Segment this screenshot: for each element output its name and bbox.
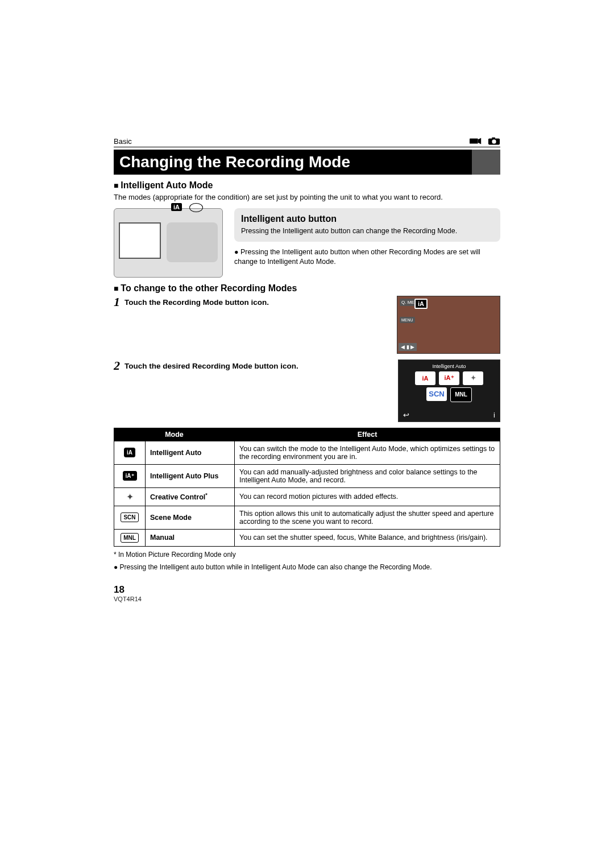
mode-effect-cell: You can record motion pictures with adde… [235,487,500,506]
back-icon: ↩ [403,411,409,419]
table-header-mode: Mode [114,428,235,441]
mode-name-cell: Creative Control* [146,487,235,506]
breadcrumb: Basic [114,137,132,146]
mode-icon: iA⁺ [123,471,137,481]
table-row: MNLManualYou can set the shutter speed, … [114,529,500,546]
step-number-2: 2 [114,359,120,372]
table-row: ✦Creative Control*You can record motion … [114,487,500,506]
info-icon: i [493,411,495,419]
mode-icon: MNL [121,533,139,543]
mode-btn-iaplus-icon: iA⁺ [439,371,459,385]
mode-icon: SCN [121,512,138,522]
section-heading-change-modes: To change to the other Recording Modes [114,283,500,294]
bullet-note-1: ● Pressing the Intelligent auto button w… [234,247,500,267]
video-mode-icon [470,137,482,146]
mode-effect-cell: You can switch the mode to the Intellige… [235,441,500,464]
nav-arrows-icon: ◀ ▮ ▶ [399,343,417,351]
mode-btn-ia-icon: iA [415,371,435,385]
mode-btn-creative-icon: ✦ [463,371,483,385]
page-number: 18 [114,584,500,596]
step-text-1: Touch the Recording Mode button icon. [125,296,269,308]
mode-btn-scn-icon: SCN [426,387,447,401]
mode-name-cell: Manual [146,529,235,546]
mode-icon: ✦ [126,492,134,502]
ia-mode-button-icon: iA [414,299,428,309]
footnote-bullet: ● Pressing the Intelligent auto button w… [114,563,500,572]
mode-name-cell: Intelligent Auto Plus [146,464,235,487]
mode-effect-cell: You can set the shutter speed, focus, Wh… [235,529,500,546]
mode-icon: iA [124,448,135,457]
mode-icon-cell: iA [114,441,146,464]
mode-name-cell: Scene Mode [146,506,235,529]
recording-mode-table: Mode Effect iAIntelligent AutoYou can sw… [114,428,500,547]
footnote-star: * In Motion Picture Recording Mode only [114,550,500,559]
mode-icon-cell: ✦ [114,487,146,506]
mode-effect-cell: This option allows this unit to automati… [235,506,500,529]
mode-icon-cell: iA⁺ [114,464,146,487]
table-row: iA⁺Intelligent Auto PlusYou can add manu… [114,464,500,487]
breadcrumb-row: Basic [114,137,500,147]
screenshot-recording-mode-icon: Q. MENU iA MENU ◀ ▮ ▶ [397,296,500,354]
callout-title: Intelligent auto button [241,214,493,224]
mode-icon-cell: SCN [114,506,146,529]
step-number-1: 1 [114,296,120,308]
mode-btn-mnl-icon: MNL [450,387,472,402]
page-footer: 18 VQT4R14 [114,584,500,602]
mode-panel-title: Intelligent Auto [402,363,496,369]
ia-button-indicator-icon [189,203,203,212]
table-row: iAIntelligent AutoYou can switch the mod… [114,441,500,464]
table-row: SCNScene ModeThis option allows this uni… [114,506,500,529]
intelligent-auto-callout: Intelligent auto button Pressing the Int… [234,208,500,242]
section-heading-intelligent-auto: Intelligent Auto Mode [114,180,500,191]
step-text-2: Touch the desired Recording Mode button … [125,359,298,372]
svg-marker-1 [478,138,482,144]
menu-icon: MENU [400,317,415,323]
table-header-effect: Effect [235,428,500,441]
photo-mode-icon [488,137,500,146]
svg-rect-0 [470,138,478,143]
ia-label-icon: iA [171,203,182,211]
mode-name-cell: Intelligent Auto [146,441,235,464]
screenshot-mode-selection: Intelligent Auto iA iA⁺ ✦ SCN MNL ↩ i [398,359,500,422]
mode-effect-cell: You can add manually-adjusted brightness… [235,464,500,487]
document-id: VQT4R14 [114,596,500,602]
mode-applicability-icons [470,137,500,146]
svg-point-3 [492,139,496,143]
svg-rect-4 [492,138,495,139]
mode-icon-cell: MNL [114,529,146,546]
camcorder-illustration: iA [114,208,223,278]
callout-text: Pressing the Intelligent auto button can… [241,226,493,236]
page-title: Changing the Recording Mode [114,150,500,175]
intro-text: The modes (appropriate for the condition… [114,193,500,202]
